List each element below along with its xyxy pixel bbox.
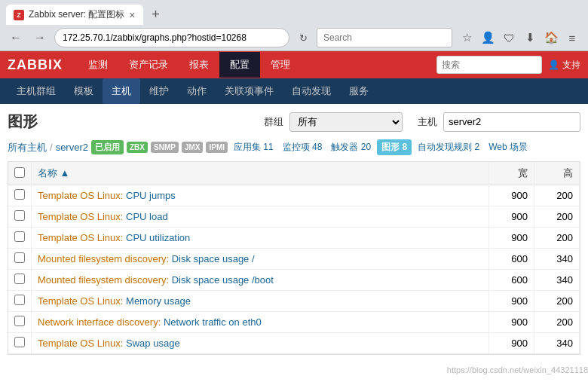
sub-nav-services[interactable]: 服务 bbox=[340, 78, 378, 104]
row-name-cell: Template OS Linux: Memory usage bbox=[32, 291, 489, 312]
row-discovery-prefix[interactable]: Network interface discovery: bbox=[38, 316, 164, 328]
refresh-button[interactable]: ↻ bbox=[294, 29, 312, 47]
group-filter: 群组 所有 bbox=[264, 112, 403, 132]
sub-nav-actions[interactable]: 动作 bbox=[178, 78, 216, 104]
nav-item-assets[interactable]: 资产记录 bbox=[118, 52, 179, 78]
row-discovery-prefix[interactable]: Mounted filesystem discovery: bbox=[38, 253, 172, 264]
breadcrumb-triggers[interactable]: 触发器 20 bbox=[328, 139, 374, 155]
row-checkbox[interactable] bbox=[14, 189, 25, 200]
row-checkbox[interactable] bbox=[14, 231, 25, 242]
row-graph-name[interactable]: Memory usage bbox=[126, 295, 191, 307]
browser-search-input[interactable] bbox=[317, 28, 452, 47]
select-all-checkbox[interactable] bbox=[14, 167, 25, 178]
row-height: 200 bbox=[534, 291, 580, 312]
row-checkbox-cell bbox=[8, 185, 32, 206]
table-row: Template OS Linux: CPU utilization900200 bbox=[8, 228, 580, 249]
row-checkbox-cell bbox=[8, 270, 32, 291]
row-height: 340 bbox=[534, 333, 580, 354]
forward-button[interactable]: → bbox=[30, 28, 50, 47]
menu-icon[interactable]: ≡ bbox=[562, 28, 582, 47]
table-row: Mounted filesystem discovery: Disk space… bbox=[8, 270, 580, 291]
row-graph-name[interactable]: Network traffic on eth0 bbox=[164, 316, 262, 328]
back-button[interactable]: ← bbox=[6, 28, 26, 47]
row-template-prefix[interactable]: Template OS Linux: bbox=[38, 190, 126, 201]
tab-favicon: Z bbox=[14, 10, 24, 20]
host-input[interactable] bbox=[443, 112, 580, 132]
row-graph-name[interactable]: Swap usage bbox=[126, 338, 180, 349]
address-bar: ← → ↻ ☆ 👤 🛡 ⬇ 🏠 ≡ bbox=[0, 25, 588, 50]
row-template-prefix[interactable]: Template OS Linux: bbox=[38, 232, 126, 243]
tab-title: Zabbix server: 配置图标 bbox=[29, 8, 124, 21]
watermark: https://blog.csdn.net/weixin_44321118 bbox=[447, 365, 588, 374]
sub-nav-host-groups[interactable]: 主机群组 bbox=[8, 78, 65, 104]
row-graph-name[interactable]: CPU utilization bbox=[126, 232, 190, 243]
download-icon[interactable]: ⬇ bbox=[520, 28, 540, 47]
row-checkbox[interactable] bbox=[14, 295, 25, 305]
row-checkbox-cell bbox=[8, 312, 32, 333]
row-height: 340 bbox=[534, 249, 580, 270]
row-name-cell: Template OS Linux: CPU jumps bbox=[32, 185, 489, 206]
row-width: 900 bbox=[489, 333, 534, 354]
app-logo: ZABBIX bbox=[8, 57, 63, 73]
status-enabled-badge: 已启用 bbox=[91, 140, 124, 154]
bookmark-icon[interactable]: ☆ bbox=[457, 28, 476, 47]
page-content: 图形 群组 所有 主机 所有主机 / server2 已启用 ZBX SNMP … bbox=[0, 104, 588, 362]
breadcrumb-all-hosts[interactable]: 所有主机 bbox=[8, 141, 47, 154]
row-checkbox-cell bbox=[8, 249, 32, 270]
row-height: 200 bbox=[534, 185, 580, 206]
sub-nav-correlation[interactable]: 关联项事件 bbox=[216, 78, 283, 104]
row-graph-name[interactable]: CPU jumps bbox=[126, 190, 176, 201]
row-checkbox[interactable] bbox=[14, 337, 25, 347]
page-header: 图形 群组 所有 主机 bbox=[8, 112, 580, 132]
header-right: 👤 支持 bbox=[436, 56, 580, 74]
row-width: 900 bbox=[489, 312, 534, 333]
breadcrumb-discovery[interactable]: 自动发现规则 2 bbox=[415, 139, 482, 155]
sub-nav-discovery[interactable]: 自动发现 bbox=[283, 78, 340, 104]
nav-item-monitor[interactable]: 监测 bbox=[78, 52, 118, 78]
badge-snmp: SNMP bbox=[151, 142, 179, 153]
row-graph-name[interactable]: Disk space usage /boot bbox=[172, 274, 274, 286]
row-graph-name[interactable]: Disk space usage / bbox=[172, 253, 255, 264]
row-checkbox[interactable] bbox=[14, 316, 25, 326]
row-graph-name[interactable]: CPU load bbox=[126, 211, 168, 222]
row-checkbox-cell bbox=[8, 206, 32, 228]
header-search-input[interactable] bbox=[436, 56, 542, 74]
col-check-header bbox=[8, 162, 32, 185]
sub-nav-templates[interactable]: 模板 bbox=[65, 78, 103, 104]
row-height: 340 bbox=[534, 270, 580, 291]
nav-item-admin[interactable]: 管理 bbox=[260, 52, 301, 78]
row-template-prefix[interactable]: Template OS Linux: bbox=[38, 211, 126, 222]
breadcrumb: 所有主机 / server2 已启用 ZBX SNMP JMX IPMI 应用集… bbox=[8, 139, 580, 155]
row-checkbox[interactable] bbox=[14, 252, 25, 263]
breadcrumb-server2[interactable]: server2 bbox=[56, 142, 88, 153]
row-checkbox[interactable] bbox=[14, 210, 25, 221]
row-discovery-prefix[interactable]: Mounted filesystem discovery: bbox=[38, 274, 172, 286]
row-checkbox-cell bbox=[8, 333, 32, 354]
nav-item-reports[interactable]: 报表 bbox=[179, 52, 219, 78]
row-checkbox[interactable] bbox=[14, 274, 25, 284]
support-button[interactable]: 👤 支持 bbox=[548, 59, 580, 72]
badge-ipmi: IPMI bbox=[206, 142, 228, 153]
tab-close-button[interactable]: × bbox=[129, 9, 135, 21]
host-label: 主机 bbox=[418, 115, 437, 129]
new-tab-button[interactable]: + bbox=[146, 5, 166, 25]
row-template-prefix[interactable]: Template OS Linux: bbox=[38, 295, 126, 307]
home-icon[interactable]: 🏠 bbox=[541, 28, 561, 47]
sub-nav-maintenance[interactable]: 维护 bbox=[140, 78, 178, 104]
breadcrumb-app-set[interactable]: 应用集 11 bbox=[231, 139, 277, 155]
user-icon[interactable]: 👤 bbox=[478, 28, 498, 47]
group-select[interactable]: 所有 bbox=[289, 112, 403, 132]
breadcrumb-graphs[interactable]: 图形 8 bbox=[377, 139, 412, 155]
shield-icon[interactable]: 🛡 bbox=[499, 28, 519, 47]
address-input[interactable] bbox=[54, 28, 289, 47]
nav-item-config[interactable]: 配置 bbox=[219, 52, 260, 78]
row-height: 200 bbox=[534, 312, 580, 333]
breadcrumb-web[interactable]: Web 场景 bbox=[485, 139, 531, 155]
col-name-header[interactable]: 名称 ▲ bbox=[32, 162, 489, 185]
row-width: 900 bbox=[489, 291, 534, 312]
table-row: Template OS Linux: Memory usage900200 bbox=[8, 291, 580, 312]
row-width: 600 bbox=[489, 249, 534, 270]
row-template-prefix[interactable]: Template OS Linux: bbox=[38, 338, 126, 349]
breadcrumb-monitor-items[interactable]: 监控项 48 bbox=[280, 139, 326, 155]
sub-nav-hosts[interactable]: 主机 bbox=[103, 78, 140, 104]
